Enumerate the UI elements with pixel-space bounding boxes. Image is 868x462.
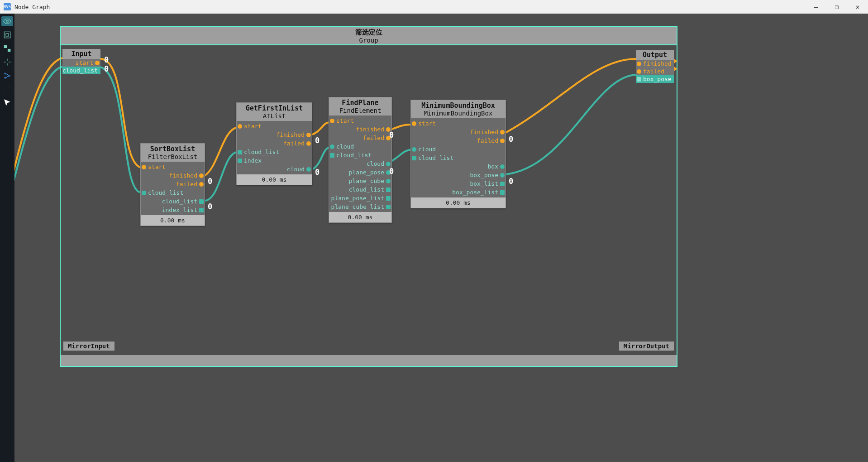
window-title: Node Graph [14,4,50,10]
node-canvas[interactable]: 筛选定位 Group MirrorInput MirrorOutput Inpu… [14,14,868,462]
port-cloud-in[interactable]: cloud [411,145,506,154]
port-finished[interactable]: finished [411,128,506,136]
output-port-failed[interactable]: failed [636,67,674,75]
visibility-toggle-icon[interactable] [1,16,13,26]
port-plane-pose[interactable]: plane_pose [329,168,391,177]
badge-zero: 0 [389,167,394,176]
port-plane-cube[interactable]: plane_cube [329,177,391,185]
badge-zero: 0 [104,55,109,64]
port-cloud-list-in[interactable]: cloud_list [329,151,391,159]
port-index-list[interactable]: index_list [141,206,205,214]
node-timing: 0.00 ms [411,197,506,208]
node-title: SortBoxList [144,145,201,153]
port-cloud-list-out[interactable]: cloud_list [329,185,391,194]
group-title: 筛选定位 [355,28,382,37]
svg-point-0 [6,20,9,23]
node-timing: 0.00 ms [329,212,391,222]
port-cloud-in[interactable]: cloud [329,142,391,151]
node-subtitle: FindElement [333,107,388,114]
app-icon: RVS [4,3,11,10]
node-timing: 0.00 ms [237,174,312,185]
port-box-list[interactable]: box_list [411,179,506,188]
node-title: FindPlane [333,99,388,107]
port-failed[interactable]: failed [141,180,205,188]
node-subtitle: FilterBoxList [144,153,201,160]
svg-point-7 [5,77,6,78]
port-failed[interactable]: failed [329,134,391,142]
badge-zero: 0 [208,202,212,211]
port-index[interactable]: index [237,156,312,165]
output-port-finished[interactable]: finished [636,60,674,67]
getfirstinlist-node[interactable]: GetFirstInList AtList start finished fai… [236,102,312,185]
sortboxlist-node[interactable]: SortBoxList FilterBoxList start finished… [140,143,205,226]
refresh-icon[interactable] [2,84,12,94]
svg-rect-2 [6,34,9,36]
window-close-button[interactable]: ✕ [847,0,868,14]
svg-point-5 [5,73,6,74]
group-header[interactable]: 筛选定位 Group [61,27,677,45]
port-cloud-list[interactable]: cloud_list [237,148,312,156]
node-subtitle: AtList [240,112,308,120]
port-plane-cube-list[interactable]: plane_cube_list [329,202,391,211]
toolbar [0,14,14,462]
port-cloud-out[interactable]: cloud [329,159,391,168]
badge-zero: 0 [389,130,394,140]
mirror-input-label[interactable]: MirrorInput [63,342,114,351]
nodes-icon[interactable] [2,43,12,53]
node-timing: 0.00 ms [141,215,205,226]
port-start[interactable]: start [411,119,506,128]
exec-arrow-icon [674,59,677,63]
port-finished[interactable]: finished [329,125,391,134]
window-maximize-button[interactable]: ❐ [826,0,847,14]
port-box[interactable]: box [411,162,506,171]
input-port-cloud-list[interactable]: cloud_list [62,67,100,74]
port-start[interactable]: start [329,116,391,125]
output-title: Output [636,50,674,60]
window-minimize-button[interactable]: — [806,0,826,14]
port-start[interactable]: start [141,163,205,171]
exec-arrow-icon [674,67,677,71]
badge-zero: 0 [509,177,513,186]
port-failed[interactable]: failed [237,139,312,148]
port-cloud-list-in[interactable]: cloud_list [141,188,205,197]
svg-rect-3 [4,45,6,48]
port-finished[interactable]: finished [237,130,312,139]
frame-icon[interactable] [2,30,12,40]
port-box-pose-list[interactable]: box_pose_list [411,188,506,197]
findplane-node[interactable]: FindPlane FindElement start finished fai… [329,97,392,223]
svg-point-6 [9,75,10,77]
node-title: GetFirstInList [240,104,308,112]
port-finished[interactable]: finished [141,171,205,180]
minimumboundingbox-node[interactable]: MinimumBoundingBox MinimumBoundingBox st… [410,100,506,208]
port-failed[interactable]: failed [411,136,506,145]
port-cloud-list-in[interactable]: cloud_list [411,154,506,162]
badge-zero: 0 [104,64,109,73]
node-title: MinimumBoundingBox [415,101,502,110]
center-icon[interactable] [2,57,12,67]
input-node[interactable]: Input start cloud_list [62,49,100,74]
node-subtitle: MinimumBoundingBox [415,110,502,117]
badge-zero: 0 [509,135,513,144]
cursor-icon[interactable] [2,98,12,108]
input-title: Input [62,49,100,59]
port-start[interactable]: start [237,122,312,130]
badge-zero: 0 [315,136,320,145]
group-footer [61,355,677,366]
group-subtitle: Group [359,37,378,44]
port-cloud[interactable]: cloud [237,165,312,173]
output-port-box-pose[interactable]: box_pose [636,75,674,83]
connections-icon[interactable] [2,71,12,81]
svg-rect-4 [8,49,10,52]
svg-rect-1 [4,32,10,38]
input-port-start[interactable]: start [62,59,100,67]
output-node[interactable]: Output finished failed box_pose [636,50,674,83]
port-box-pose[interactable]: box_pose [411,171,506,179]
mirror-output-label[interactable]: MirrorOutput [619,342,674,351]
badge-zero: 0 [315,168,320,177]
window-titlebar: RVS Node Graph — ❐ ✕ [0,0,868,14]
port-cloud-list-out[interactable]: cloud_list [141,197,205,206]
port-plane-pose-list[interactable]: plane_pose_list [329,194,391,202]
badge-zero: 0 [208,177,212,186]
